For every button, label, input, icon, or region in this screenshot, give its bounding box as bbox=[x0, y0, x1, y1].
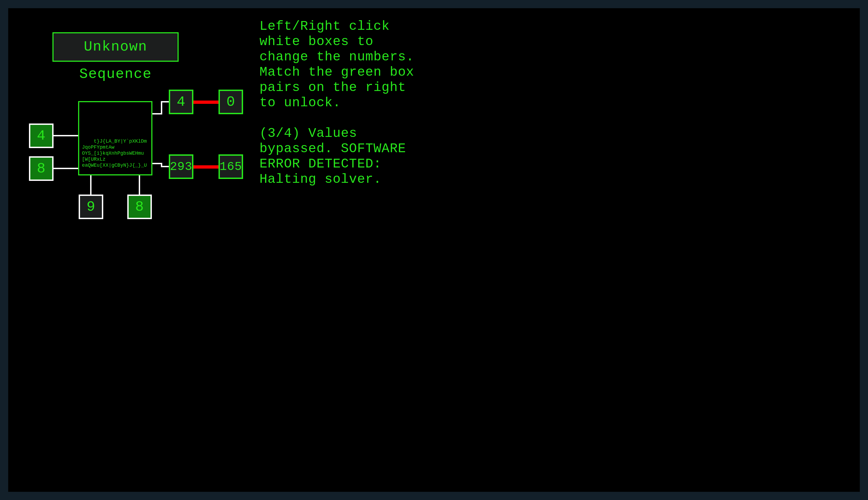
target-bottom-value: 165 bbox=[220, 160, 242, 173]
wire-right-top-a bbox=[151, 113, 162, 114]
wire-right-bottom-a bbox=[151, 163, 162, 164]
input-left-top[interactable]: 4 bbox=[29, 124, 54, 148]
instructions-panel: Left/Right click white boxes to change t… bbox=[259, 19, 418, 187]
target-bottom: 165 bbox=[219, 155, 243, 179]
input-bottom-left[interactable]: 9 bbox=[79, 194, 103, 219]
instructions-text: Left/Right click white boxes to change t… bbox=[259, 19, 418, 110]
status-text: (3/4) Values bypassed. SOFTWARE ERROR DE… bbox=[259, 126, 418, 187]
output-bottom-value: 293 bbox=[170, 160, 192, 173]
input-left-top-value: 4 bbox=[37, 128, 46, 144]
central-processor: t}J{LA_BY|Y`pXKlDmJqoPFYpmtAw OYS_[i}kqX… bbox=[78, 101, 152, 175]
wire-mismatch-bottom bbox=[192, 165, 220, 169]
target-top: 0 bbox=[219, 90, 243, 114]
title-text: Unknown Sequence bbox=[79, 39, 152, 82]
game-frame: Unknown Sequence t}J{LA_BY|Y`pXKlDmJqoPF… bbox=[8, 8, 860, 492]
wire-right-top-b bbox=[161, 101, 162, 114]
target-top-value: 0 bbox=[227, 94, 235, 110]
input-bottom-right[interactable]: 8 bbox=[127, 194, 152, 219]
wire-bottom-right bbox=[139, 174, 140, 196]
input-bottom-right-value: 8 bbox=[135, 199, 144, 215]
output-top: 4 bbox=[169, 90, 193, 114]
input-left-bottom[interactable]: 8 bbox=[29, 156, 54, 181]
scrambled-text: t}J{LA_BY|Y`pXKlDmJqoPFYpmtAw OYS_[i}kqX… bbox=[82, 138, 147, 168]
wire-bottom-left bbox=[90, 174, 92, 196]
output-top-value: 4 bbox=[177, 94, 185, 110]
output-bottom: 293 bbox=[169, 155, 193, 179]
wire-mismatch-top bbox=[192, 101, 220, 104]
wire-right-top-c bbox=[161, 101, 169, 102]
wire-left-top bbox=[53, 135, 79, 136]
input-bottom-left-value: 9 bbox=[86, 199, 95, 215]
wire-left-bottom bbox=[53, 168, 79, 169]
input-left-bottom-value: 8 bbox=[37, 161, 46, 177]
wire-right-bottom-c bbox=[161, 166, 169, 167]
title-box: Unknown Sequence bbox=[53, 32, 178, 62]
